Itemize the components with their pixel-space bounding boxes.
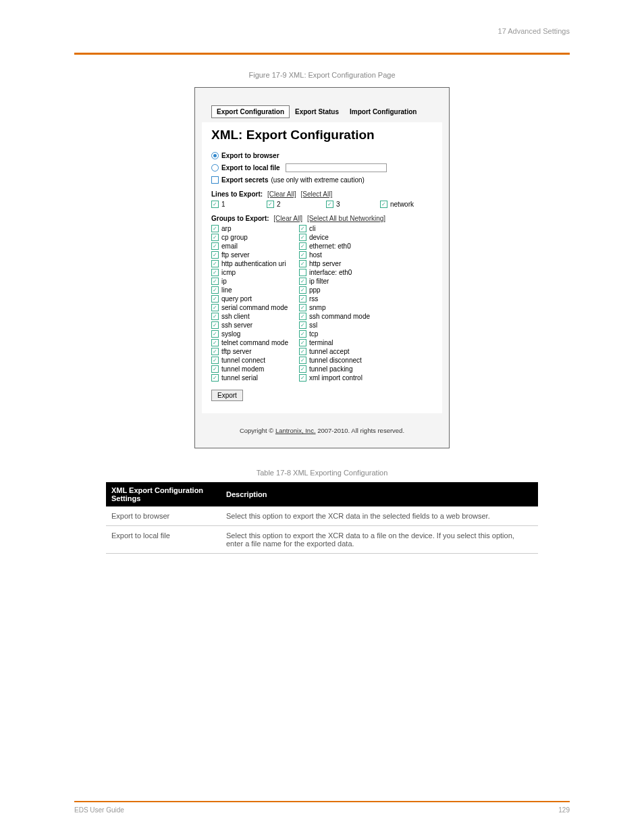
checkbox-group[interactable] [299,357,306,364]
checkbox-group[interactable] [299,313,306,320]
checkbox-export-secrets[interactable] [211,176,219,184]
checkbox-line-3[interactable] [326,201,333,208]
th-setting: XML Export Configuration Settings [106,482,221,506]
table-caption: Table 17-8 XML Exporting Configuration [74,469,570,477]
group-label: ip [221,278,227,285]
group-label: device [309,234,329,241]
copyright-link[interactable]: Lantronix, Inc. [275,427,316,434]
group-label: syslog [221,330,240,338]
checkbox-group[interactable] [211,242,219,250]
checkbox-group[interactable] [211,339,219,346]
group-label: tunnel modem [221,365,264,373]
checkbox-group[interactable] [299,286,306,294]
checkbox-line-1[interactable] [211,201,219,208]
group-label: ethernet: eth0 [309,242,351,250]
checkbox-line-network[interactable] [380,201,387,208]
label-line-network: network [390,201,414,208]
checkbox-group[interactable] [299,339,306,346]
group-label: host [309,251,322,259]
checkbox-group[interactable] [299,234,306,241]
label-export-secrets: Export secrets [221,176,268,184]
checkbox-group[interactable] [211,234,219,241]
radio-export-browser[interactable] [211,152,219,159]
footer-rule [74,801,570,802]
group-label: ip filter [309,278,329,285]
label-line-3: 3 [336,201,340,208]
checkbox-group[interactable] [211,313,219,320]
checkbox-group[interactable] [211,269,219,276]
checkbox-group[interactable] [211,286,219,294]
checkbox-group[interactable] [299,374,306,382]
radio-export-local[interactable] [211,164,219,172]
checkbox-group[interactable] [211,225,219,232]
checkbox-group[interactable] [299,348,306,355]
checkbox-group[interactable] [299,321,306,329]
groups-to-export-label: Groups to Export: [211,215,269,222]
link-groups-clear-all[interactable]: [Clear All] [273,215,302,222]
th-description: Description [221,482,538,506]
group-label: cp group [221,234,248,241]
settings-table: XML Export Configuration Settings Descri… [106,482,538,554]
group-label: ssh server [221,321,252,329]
export-button[interactable]: Export [211,390,243,401]
table-row: Export to local file Select this option … [106,526,538,554]
tab-export-config[interactable]: Export Configuration [211,105,290,118]
checkbox-group[interactable] [299,304,306,311]
group-label: interface: eth0 [309,269,352,276]
checkbox-group[interactable] [299,295,306,303]
group-label: ftp server [221,251,250,259]
link-lines-clear-all[interactable]: [Clear All] [267,190,296,198]
checkbox-group[interactable] [299,242,306,250]
checkbox-group[interactable] [211,260,219,267]
checkbox-group[interactable] [299,330,306,338]
copyright: Copyright © Lantronix, Inc. 2007-2010. A… [202,420,442,441]
checkbox-group[interactable] [211,348,219,355]
group-label: telnet command mode [221,339,288,346]
tab-export-status[interactable]: Export Status [290,105,344,118]
group-label: tunnel accept [309,348,350,355]
group-label: http authentication uri [221,260,286,267]
checkbox-group[interactable] [211,365,219,373]
checkbox-group[interactable] [211,304,219,311]
checkbox-group[interactable] [211,330,219,338]
group-label: ssh client [221,313,250,320]
group-label: tunnel packing [309,365,353,373]
header-right: 17 Advanced Settings [498,27,570,35]
link-lines-select-all[interactable]: [Select All] [300,190,332,198]
screenshot-panel: Export Configuration Export Status Impor… [194,87,450,448]
link-groups-select-all-but-net[interactable]: [Select All but Networking] [307,215,385,222]
checkbox-group[interactable] [299,365,306,373]
group-label: ssl [309,321,317,329]
label-line-2: 2 [277,201,281,208]
tab-row: Export Configuration Export Status Impor… [202,95,442,122]
group-label: snmp [309,304,325,311]
checkbox-group[interactable] [299,251,306,259]
group-label: tftp server [221,348,251,355]
figure-caption: Figure 17-9 XML: Export Configuration Pa… [74,71,570,79]
header-rule [74,53,570,55]
group-label: ppp [309,286,321,294]
checkbox-group[interactable] [211,278,219,285]
checkbox-group[interactable] [299,225,306,232]
input-export-local-file[interactable] [286,163,387,172]
checkbox-group[interactable] [211,295,219,303]
lines-to-export-label: Lines to Export: [211,190,263,198]
page-title: XML: Export Configuration [211,128,433,142]
checkbox-group[interactable] [299,278,306,285]
group-label: ssh command mode [309,313,370,320]
group-label: line [221,286,232,294]
group-label: icmp [221,269,236,276]
checkbox-group[interactable] [211,374,219,382]
label-export-browser: Export to browser [221,152,279,159]
checkbox-group[interactable] [299,269,306,276]
tab-import-config[interactable]: Import Configuration [344,105,422,118]
checkbox-group[interactable] [299,260,306,267]
table-row: Export to browser Select this option to … [106,506,538,526]
checkbox-group[interactable] [211,357,219,364]
group-label: http server [309,260,341,267]
checkbox-line-2[interactable] [267,201,274,208]
footer-right: 129 [558,806,570,814]
group-label: tunnel disconnect [309,357,362,364]
checkbox-group[interactable] [211,251,219,259]
checkbox-group[interactable] [211,321,219,329]
